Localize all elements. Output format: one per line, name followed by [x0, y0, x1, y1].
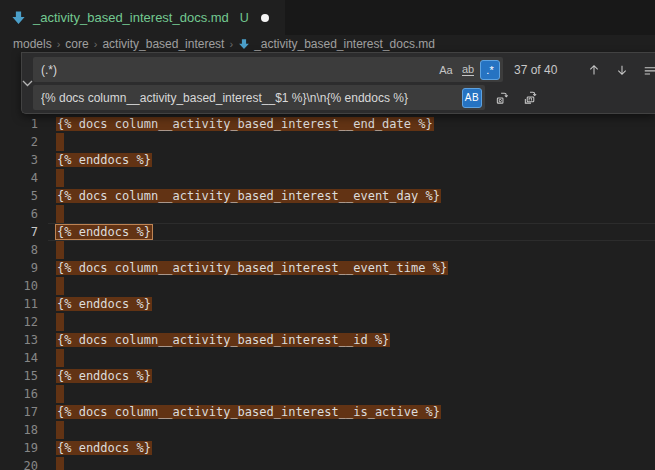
line-number: 16: [0, 387, 38, 401]
line-number: 8: [0, 243, 38, 257]
code-line[interactable]: 16: [0, 385, 655, 403]
find-match-highlight: {% enddocs %}: [56, 297, 152, 311]
find-in-selection-icon: [643, 63, 655, 77]
unsaved-changes-dot[interactable]: [261, 14, 269, 22]
code-line[interactable]: 8: [0, 241, 655, 259]
line-number: 15: [0, 369, 38, 383]
replace-icon: [495, 90, 510, 105]
find-match-highlight: {% enddocs %}: [56, 153, 152, 167]
find-row: (.*) Aa ab .* 37 of 40: [33, 57, 655, 82]
code-line[interactable]: 12: [0, 313, 655, 331]
empty-line-match-highlight: [56, 313, 64, 331]
regex-toggle[interactable]: .*: [480, 60, 500, 80]
find-match-highlight: {% enddocs %}: [56, 369, 152, 383]
find-match-highlight: {% docs column__activity_based_interest_…: [56, 333, 390, 347]
toggle-replace-button[interactable]: [22, 57, 33, 109]
code-line[interactable]: 6: [0, 205, 655, 223]
line-number: 12: [0, 315, 38, 329]
line-number: 1: [0, 117, 38, 131]
breadcrumb-separator-icon: ›: [57, 38, 61, 50]
empty-line-match-highlight: [56, 421, 64, 439]
code-line[interactable]: 18: [0, 421, 655, 439]
empty-line-match-highlight: [56, 241, 64, 259]
line-number: 17: [0, 405, 38, 419]
replace-input-value: {% docs column__activity_based_interest_…: [41, 91, 460, 105]
previous-match-button[interactable]: [583, 59, 604, 80]
breadcrumb-item-activity-based-interest[interactable]: activity_based_interest: [102, 37, 224, 51]
find-input-value: (.*): [41, 63, 434, 77]
breadcrumb-item-filename[interactable]: _activity_based_interest_docs.md: [254, 37, 435, 51]
breadcrumb: models › core › activity_based_interest …: [0, 35, 655, 52]
editor-tab[interactable]: _activity_based_interest_docs.md U: [0, 0, 285, 35]
editor-content[interactable]: 1 {% docs column__activity_based_interes…: [0, 115, 655, 470]
find-match-highlight: {% docs column__activity_based_interest_…: [56, 405, 441, 419]
empty-line-match-highlight: [56, 385, 64, 403]
replace-button[interactable]: [492, 87, 513, 108]
line-number: 19: [0, 441, 38, 455]
breadcrumb-separator-icon: ›: [94, 38, 98, 50]
line-number: 3: [0, 153, 38, 167]
match-case-toggle[interactable]: Aa: [436, 60, 456, 80]
code-line[interactable]: 4: [0, 169, 655, 187]
find-replace-widget: (.*) Aa ab .* 37 of 40: [21, 52, 655, 114]
code-line[interactable]: 14: [0, 349, 655, 367]
markdown-file-icon: [238, 38, 250, 50]
empty-line-match-highlight: [56, 205, 64, 223]
code-line[interactable]: 3 {% enddocs %}: [0, 151, 655, 169]
code-line[interactable]: 7 {% enddocs %}: [0, 223, 655, 241]
code-line[interactable]: 2: [0, 133, 655, 151]
line-number: 4: [0, 171, 38, 185]
empty-line-match-highlight: [56, 457, 64, 470]
line-number: 11: [0, 297, 38, 311]
find-match-highlight: {% docs column__activity_based_interest_…: [56, 261, 448, 275]
find-in-selection-button[interactable]: [639, 59, 655, 80]
code-line[interactable]: 1 {% docs column__activity_based_interes…: [0, 115, 655, 133]
code-line[interactable]: 20: [0, 457, 655, 470]
code-line[interactable]: 17 {% docs column__activity_based_intere…: [0, 403, 655, 421]
breadcrumb-item-models[interactable]: models: [13, 37, 52, 51]
preserve-case-toggle[interactable]: AB: [462, 88, 482, 108]
breadcrumb-separator-icon: ›: [229, 38, 233, 50]
find-match-highlight: {% enddocs %}: [56, 225, 152, 239]
empty-line-match-highlight: [56, 277, 64, 295]
code-line[interactable]: 9 {% docs column__activity_based_interes…: [0, 259, 655, 277]
replace-all-icon: [523, 90, 538, 105]
next-match-button[interactable]: [611, 59, 632, 80]
match-count: 37 of 40: [514, 63, 576, 77]
find-match-highlight: {% enddocs %}: [56, 441, 152, 455]
line-number: 13: [0, 333, 38, 347]
code-line[interactable]: 15 {% enddocs %}: [0, 367, 655, 385]
line-number: 14: [0, 351, 38, 365]
chevron-down-icon: [22, 80, 33, 87]
line-number: 2: [0, 135, 38, 149]
tab-filename: _activity_based_interest_docs.md: [33, 10, 229, 25]
code-line[interactable]: 11 {% enddocs %}: [0, 295, 655, 313]
line-number: 6: [0, 207, 38, 221]
empty-line-match-highlight: [56, 169, 64, 187]
line-number: 9: [0, 261, 38, 275]
arrow-up-icon: [587, 63, 601, 77]
breadcrumb-item-core[interactable]: core: [65, 37, 88, 51]
empty-line-match-highlight: [56, 133, 64, 151]
code-line[interactable]: 10: [0, 277, 655, 295]
replace-all-button[interactable]: [520, 87, 541, 108]
find-input[interactable]: (.*) Aa ab .*: [33, 57, 503, 82]
empty-line-match-highlight: [56, 349, 64, 367]
code-line[interactable]: 13 {% docs column__activity_based_intere…: [0, 331, 655, 349]
line-number: 7: [0, 225, 38, 239]
code-line[interactable]: 5 {% docs column__activity_based_interes…: [0, 187, 655, 205]
replace-input[interactable]: {% docs column__activity_based_interest_…: [33, 85, 485, 110]
tab-bar: _activity_based_interest_docs.md U: [0, 0, 655, 35]
vscode-window: _activity_based_interest_docs.md U model…: [0, 0, 655, 470]
line-number: 18: [0, 423, 38, 437]
line-number: 20: [0, 459, 38, 470]
find-match-highlight: {% docs column__activity_based_interest_…: [56, 117, 434, 131]
code-line[interactable]: 19 {% enddocs %}: [0, 439, 655, 457]
find-match-highlight: {% docs column__activity_based_interest_…: [56, 189, 441, 203]
arrow-down-icon: [615, 63, 629, 77]
line-number: 5: [0, 189, 38, 203]
git-status-badge: U: [240, 11, 249, 25]
replace-row: {% docs column__activity_based_interest_…: [33, 85, 655, 110]
whole-word-toggle[interactable]: ab: [458, 60, 478, 80]
markdown-file-icon: [11, 10, 26, 25]
